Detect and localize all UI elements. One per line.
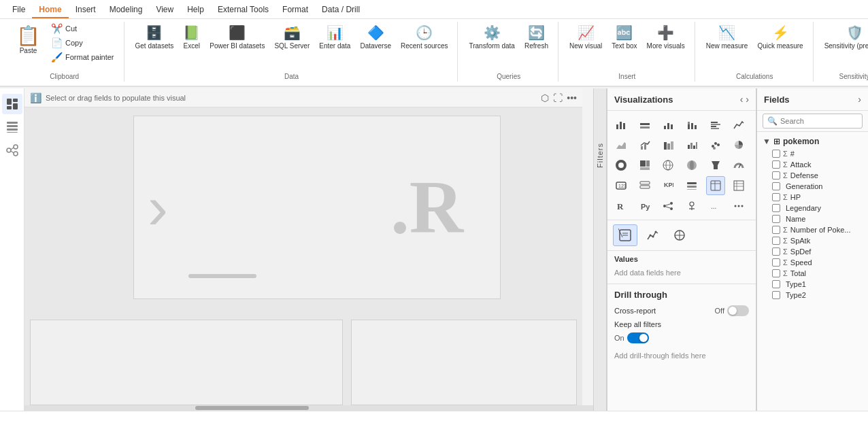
- data-view-button[interactable]: [2, 117, 22, 137]
- viz-kpi[interactable]: KPI: [658, 176, 678, 195]
- tab-help[interactable]: Help: [180, 2, 211, 18]
- fields-item-defense-checkbox[interactable]: [772, 171, 780, 180]
- fields-table-pokemon[interactable]: ▼ ⊞ pokemon: [760, 135, 865, 148]
- transform-data-button[interactable]: ⚙️ Transform data: [465, 22, 518, 52]
- fields-item-hash-checkbox[interactable]: [772, 150, 780, 158]
- fields-item-number-of-poke[interactable]: Σ Number of Poke...: [760, 224, 865, 235]
- format-painter-button[interactable]: 🖌️ Format painter: [47, 50, 118, 64]
- refresh-button[interactable]: 🔄 Refresh: [520, 22, 552, 52]
- power-bi-datasets-button[interactable]: ⬛ Power BI datasets: [205, 22, 269, 52]
- viz-card[interactable]: 123: [612, 176, 631, 195]
- keep-filters-track[interactable]: [627, 332, 649, 343]
- fields-item-spdef[interactable]: Σ SpDef: [760, 246, 865, 257]
- recent-sources-button[interactable]: 🕒 Recent sources: [397, 22, 452, 52]
- viz-line-chart[interactable]: [729, 115, 748, 134]
- viz-donut[interactable]: [612, 156, 631, 175]
- viz-key-influencers[interactable]: [682, 197, 701, 216]
- viz-python[interactable]: Py: [635, 197, 654, 216]
- viz-slicer[interactable]: [682, 176, 701, 195]
- viz-multi-row-card[interactable]: [635, 176, 654, 195]
- viz-line-column[interactable]: [635, 135, 654, 154]
- fields-item-type2-checkbox[interactable]: [772, 291, 780, 299]
- viz-panel-collapse-button[interactable]: ‹: [740, 94, 744, 105]
- more-options-icon[interactable]: •••: [567, 92, 577, 103]
- viz-format-icon[interactable]: [613, 224, 637, 246]
- add-data-fields[interactable]: Add data fields here: [614, 266, 749, 279]
- fields-panel-expand-button[interactable]: ›: [858, 94, 861, 105]
- viz-r-visual[interactable]: R: [612, 197, 631, 216]
- fields-item-total[interactable]: Σ Total: [760, 268, 865, 279]
- excel-button[interactable]: 📗 Excel: [179, 22, 204, 52]
- tab-insert[interactable]: Insert: [69, 2, 103, 18]
- quick-measure-button[interactable]: ⚡ Quick measure: [753, 22, 807, 52]
- fields-item-type1-checkbox[interactable]: [772, 280, 780, 288]
- fields-item-spatk[interactable]: Σ SpAtk: [760, 235, 865, 246]
- sql-server-button[interactable]: 🗃️ SQL Server: [270, 22, 314, 52]
- model-view-button[interactable]: [2, 140, 22, 160]
- fields-item-spdef-checkbox[interactable]: [772, 247, 780, 256]
- tab-external-tools[interactable]: External Tools: [211, 2, 276, 18]
- fields-item-nop-checkbox[interactable]: [772, 226, 780, 234]
- viz-scatter[interactable]: [706, 135, 725, 154]
- horizontal-scroll[interactable]: [24, 405, 593, 411]
- enter-data-button[interactable]: 📊 Enter data: [315, 22, 354, 52]
- fields-item-speed-checkbox[interactable]: [772, 258, 780, 267]
- fields-item-spatk-checkbox[interactable]: [772, 237, 780, 245]
- cross-report-track[interactable]: [727, 305, 749, 316]
- fields-item-defense[interactable]: Σ Defense: [760, 170, 865, 181]
- viz-analytics-icon[interactable]: [640, 224, 665, 246]
- fields-item-name-checkbox[interactable]: [772, 215, 780, 223]
- fields-search-input[interactable]: [780, 117, 868, 125]
- tab-view[interactable]: View: [149, 2, 180, 18]
- paste-button[interactable]: 📋 Paste: [11, 22, 46, 57]
- new-measure-button[interactable]: 📉 New measure: [702, 22, 752, 52]
- fields-item-hp-checkbox[interactable]: [772, 193, 780, 201]
- viz-ellipsis[interactable]: [729, 197, 748, 216]
- viz-table[interactable]: [706, 176, 725, 195]
- tab-home[interactable]: Home: [32, 2, 68, 18]
- add-drill-fields[interactable]: Add drill-through fields here: [614, 349, 749, 362]
- cross-report-toggle[interactable]: Off: [715, 305, 749, 316]
- fields-item-type1[interactable]: Type1: [760, 279, 865, 290]
- new-visual-button[interactable]: 📈 New visual: [565, 22, 606, 52]
- fields-item-attack[interactable]: Σ Attack: [760, 159, 865, 170]
- viz-waterfall[interactable]: [682, 135, 701, 154]
- filter-top-icon[interactable]: ⬡: [541, 92, 549, 103]
- viz-clustered-bar[interactable]: [706, 115, 725, 134]
- dataverse-button[interactable]: 🔷 Dataverse: [356, 22, 395, 52]
- tab-modeling[interactable]: Modeling: [103, 2, 150, 18]
- more-visuals-button[interactable]: ➕ More visuals: [643, 22, 689, 52]
- viz-map[interactable]: [658, 156, 678, 175]
- viz-column-chart[interactable]: [658, 115, 678, 134]
- viz-matrix[interactable]: [729, 176, 748, 195]
- fields-item-generation[interactable]: Generation: [760, 181, 865, 192]
- fields-item-type2[interactable]: Type2: [760, 290, 865, 301]
- expand-icon[interactable]: ⛶: [553, 92, 563, 103]
- viz-treemap[interactable]: [635, 156, 654, 175]
- tab-data-drill[interactable]: Data / Drill: [315, 2, 367, 18]
- viz-pie[interactable]: [729, 135, 748, 154]
- viz-stacked-column[interactable]: [682, 115, 701, 134]
- fields-item-legendary[interactable]: Legendary: [760, 203, 865, 214]
- viz-funnel[interactable]: [706, 156, 725, 175]
- copy-button[interactable]: 📄 Copy: [47, 36, 118, 50]
- viz-bar-chart[interactable]: [612, 115, 631, 134]
- viz-stacked-bar[interactable]: [635, 115, 654, 134]
- scroll-thumb[interactable]: [195, 406, 309, 410]
- viz-filled-map[interactable]: [682, 156, 701, 175]
- get-datasets-button[interactable]: 🗄️ Get datasets: [131, 22, 178, 52]
- report-view-button[interactable]: [2, 94, 22, 114]
- fields-item-attack-checkbox[interactable]: [772, 160, 780, 169]
- fields-item-generation-checkbox[interactable]: [772, 182, 780, 190]
- tab-file[interactable]: File: [5, 2, 32, 18]
- fields-item-hp[interactable]: Σ HP: [760, 192, 865, 203]
- fields-item-name[interactable]: Name: [760, 214, 865, 224]
- viz-more[interactable]: ...: [706, 197, 725, 216]
- sensitivity-button[interactable]: 🛡️ Sensitivity (preview): [820, 22, 868, 52]
- fields-item-hash[interactable]: Σ #: [760, 148, 865, 159]
- viz-area-chart[interactable]: [612, 135, 631, 154]
- fields-item-legendary-checkbox[interactable]: [772, 204, 780, 212]
- viz-fields-icon[interactable]: [667, 224, 692, 246]
- viz-ribbon[interactable]: [658, 135, 678, 154]
- keep-filters-toggle[interactable]: On: [614, 332, 749, 343]
